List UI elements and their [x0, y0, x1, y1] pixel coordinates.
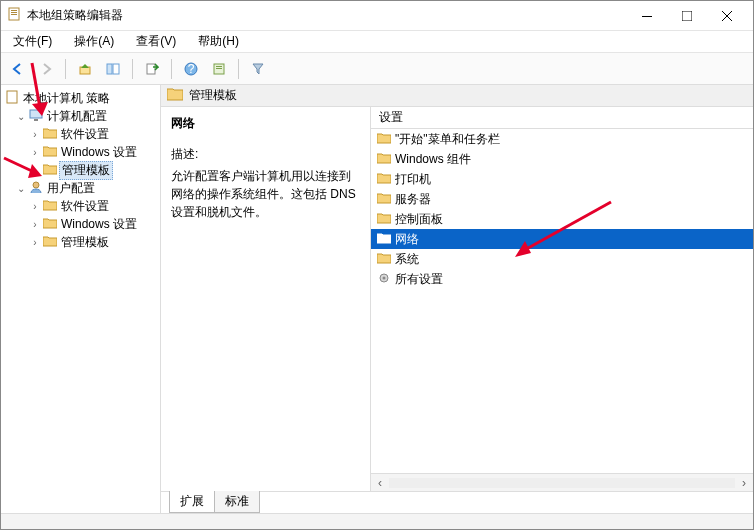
tree-c-admin[interactable]: › 管理模板	[3, 161, 158, 179]
path-label: 管理模板	[189, 87, 237, 104]
tab-standard[interactable]: 标准	[214, 491, 260, 513]
list-item-label: 所有设置	[395, 271, 443, 288]
tree-u-admin[interactable]: › 管理模板	[3, 233, 158, 251]
expand-icon[interactable]: ›	[29, 165, 41, 176]
content: 本地计算机 策略 ⌄ 计算机配置 › 软件设置 › Windows 设置 › 管…	[1, 85, 753, 513]
svg-text:?: ?	[188, 62, 195, 76]
list-item-label: 系统	[395, 251, 419, 268]
folder-icon	[43, 145, 57, 160]
folder-icon	[43, 163, 57, 178]
list-item[interactable]: 所有设置	[371, 269, 753, 289]
list-item[interactable]: 网络	[371, 229, 753, 249]
list-item-label: 打印机	[395, 171, 431, 188]
menu-action[interactable]: 操作(A)	[70, 31, 118, 52]
collapse-icon[interactable]: ⌄	[15, 183, 27, 194]
menu-help[interactable]: 帮助(H)	[194, 31, 243, 52]
right-pane: 管理模板 网络 描述: 允许配置客户端计算机用以连接到网络的操作系统组件。这包括…	[161, 85, 753, 513]
horizontal-scrollbar[interactable]: ‹ ›	[371, 473, 753, 491]
split-panes: 网络 描述: 允许配置客户端计算机用以连接到网络的操作系统组件。这包括 DNS …	[161, 107, 753, 491]
svg-rect-16	[216, 68, 222, 69]
list-pane: 设置 "开始"菜单和任务栏Windows 组件打印机服务器控制面板网络系统所有设…	[371, 107, 753, 491]
tree-root[interactable]: 本地计算机 策略	[3, 89, 158, 107]
separator	[65, 59, 66, 79]
maximize-button[interactable]	[667, 2, 707, 30]
separator	[238, 59, 239, 79]
properties-button[interactable]	[208, 58, 230, 80]
help-button[interactable]: ?	[180, 58, 202, 80]
folder-icon	[377, 172, 391, 187]
tree-u-soft[interactable]: › 软件设置	[3, 197, 158, 215]
svg-rect-18	[30, 110, 42, 118]
svg-rect-8	[80, 67, 90, 74]
svg-rect-9	[107, 64, 112, 74]
folder-icon	[377, 232, 391, 247]
menu-view[interactable]: 查看(V)	[132, 31, 180, 52]
description-body: 允许配置客户端计算机用以连接到网络的操作系统组件。这包括 DNS 设置和脱机文件…	[171, 167, 360, 221]
list-item[interactable]: "开始"菜单和任务栏	[371, 129, 753, 149]
list-body[interactable]: "开始"菜单和任务栏Windows 组件打印机服务器控制面板网络系统所有设置	[371, 129, 753, 473]
folder-icon	[377, 212, 391, 227]
app-icon	[7, 7, 21, 24]
list-item[interactable]: 控制面板	[371, 209, 753, 229]
expand-icon[interactable]: ›	[29, 201, 41, 212]
list-item[interactable]: 打印机	[371, 169, 753, 189]
expand-icon[interactable]: ›	[29, 237, 41, 248]
gear-icon	[377, 271, 391, 288]
folder-icon	[377, 132, 391, 147]
scroll-right-icon[interactable]: ›	[735, 476, 753, 490]
computer-icon	[29, 108, 43, 125]
tab-extended[interactable]: 扩展	[169, 491, 215, 513]
collapse-icon[interactable]: ⌄	[15, 111, 27, 122]
expand-icon[interactable]: ›	[29, 129, 41, 140]
folder-icon	[377, 192, 391, 207]
svg-rect-1	[11, 10, 17, 11]
export-button[interactable]	[141, 58, 163, 80]
filter-button[interactable]	[247, 58, 269, 80]
svg-rect-19	[34, 119, 38, 121]
minimize-button[interactable]	[627, 2, 667, 30]
separator	[171, 59, 172, 79]
tree-c-soft[interactable]: › 软件设置	[3, 125, 158, 143]
tabs: 扩展 标准	[161, 491, 753, 513]
back-button[interactable]	[7, 58, 29, 80]
svg-rect-2	[11, 12, 17, 13]
close-button[interactable]	[707, 2, 747, 30]
svg-rect-5	[682, 11, 692, 21]
expand-icon[interactable]: ›	[29, 147, 41, 158]
folder-icon	[43, 217, 57, 232]
list-item-label: 控制面板	[395, 211, 443, 228]
list-item-label: 服务器	[395, 191, 431, 208]
folder-icon	[167, 87, 183, 104]
list-item[interactable]: 系统	[371, 249, 753, 269]
svg-point-22	[383, 276, 386, 279]
description-pane: 网络 描述: 允许配置客户端计算机用以连接到网络的操作系统组件。这包括 DNS …	[161, 107, 371, 491]
policy-icon	[5, 90, 19, 107]
forward-button[interactable]	[35, 58, 57, 80]
titlebar: 本地组策略编辑器	[1, 1, 753, 31]
list-column-header[interactable]: 设置	[371, 107, 753, 129]
folder-icon	[43, 199, 57, 214]
show-hide-tree-button[interactable]	[102, 58, 124, 80]
expand-icon[interactable]: ›	[29, 219, 41, 230]
tree-u-win[interactable]: › Windows 设置	[3, 215, 158, 233]
folder-icon	[377, 152, 391, 167]
list-item-label: 网络	[395, 231, 419, 248]
pathbar: 管理模板	[161, 85, 753, 107]
svg-rect-10	[113, 64, 119, 74]
menu-file[interactable]: 文件(F)	[9, 31, 56, 52]
list-item[interactable]: Windows 组件	[371, 149, 753, 169]
description-title: 描述:	[171, 146, 360, 163]
user-icon	[29, 180, 43, 197]
up-button[interactable]	[74, 58, 96, 80]
scroll-left-icon[interactable]: ‹	[371, 476, 389, 490]
tree-c-win[interactable]: › Windows 设置	[3, 143, 158, 161]
tree-pane[interactable]: 本地计算机 策略 ⌄ 计算机配置 › 软件设置 › Windows 设置 › 管…	[1, 85, 161, 513]
list-item-label: "开始"菜单和任务栏	[395, 131, 500, 148]
description-heading: 网络	[171, 115, 360, 132]
svg-rect-4	[642, 16, 652, 17]
tree-computer-config[interactable]: ⌄ 计算机配置	[3, 107, 158, 125]
scroll-track[interactable]	[389, 478, 735, 488]
svg-rect-17	[7, 91, 17, 103]
list-item[interactable]: 服务器	[371, 189, 753, 209]
tree-user-config[interactable]: ⌄ 用户配置	[3, 179, 158, 197]
